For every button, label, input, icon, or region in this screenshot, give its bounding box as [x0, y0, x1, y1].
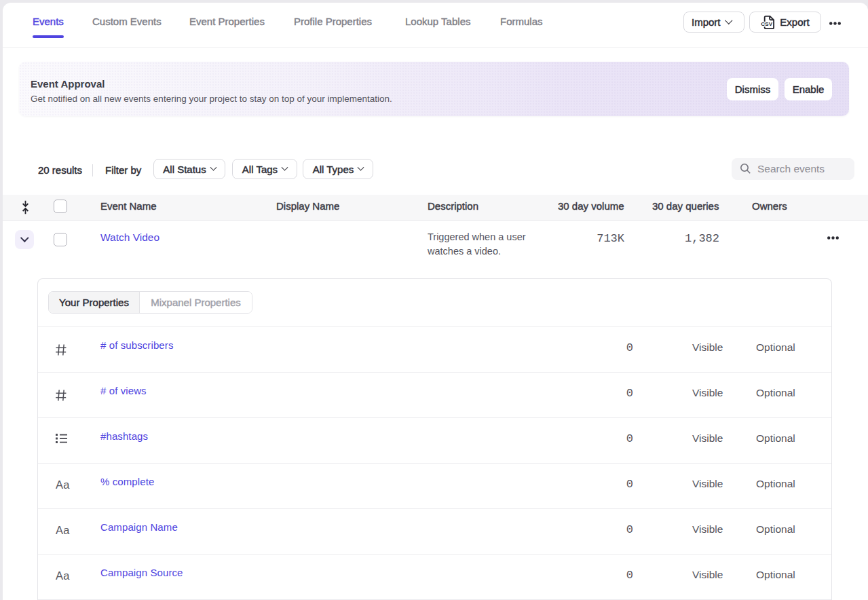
svg-text:CSV: CSV: [761, 21, 774, 27]
